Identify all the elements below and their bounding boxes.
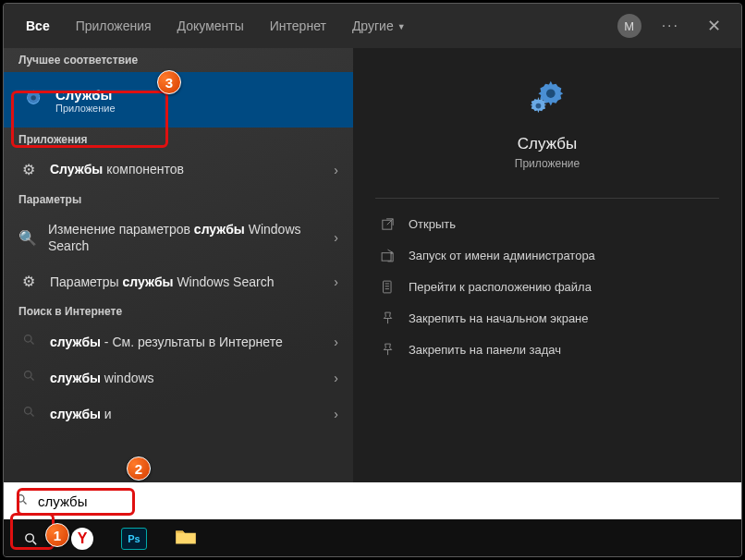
action-pin-taskbar[interactable]: Закрепить на панели задач [353, 334, 741, 365]
taskbar-explorer-button[interactable] [165, 520, 207, 557]
yandex-icon: Y [71, 528, 93, 550]
component-services-icon: ⚙ [18, 161, 39, 178]
search-icon [18, 333, 39, 350]
svg-point-6 [536, 103, 542, 109]
chevron-right-icon: › [334, 407, 338, 421]
svg-rect-8 [382, 252, 391, 261]
annotation-badge: 3 [157, 70, 181, 94]
search-icon [18, 369, 39, 386]
tab-internet[interactable]: Интернет [261, 9, 336, 43]
gear-icon: ⚙ [18, 273, 39, 290]
gear-icon [526, 76, 568, 122]
svg-point-12 [25, 533, 32, 542]
setting-result-item[interactable]: 🔍 Изменение параметров службы Windows Se… [4, 212, 353, 263]
web-result-text: службы windows [50, 370, 154, 386]
section-best-match: Лучшее соответствие [4, 48, 353, 72]
folder-icon [379, 278, 396, 295]
chevron-right-icon: › [334, 274, 338, 289]
web-result-text: службы - См. результаты в Интернете [50, 334, 283, 350]
web-result-text: службы и [50, 406, 112, 422]
svg-rect-10 [383, 281, 391, 293]
search-settings-icon: 🔍 [18, 229, 37, 247]
chevron-right-icon: › [334, 335, 338, 349]
action-open[interactable]: Открыть [353, 208, 741, 239]
section-settings: Параметры [4, 188, 353, 212]
tab-all[interactable]: Все [17, 9, 59, 43]
svg-point-11 [18, 494, 25, 502]
preview-panel: Службы Приложение Открыть Запуск от имен… [353, 48, 741, 482]
search-icon [18, 405, 39, 422]
annotation-badge: 2 [127, 457, 151, 481]
admin-icon [379, 247, 396, 263]
web-result-item[interactable]: службы и › [4, 396, 353, 432]
best-match-subtitle: Приложение [55, 103, 116, 114]
setting-result-text: Изменение параметров службы Windows Sear… [48, 221, 305, 254]
folder-icon [174, 527, 198, 551]
action-file-location[interactable]: Перейти к расположению файла [353, 271, 741, 302]
gear-icon [18, 87, 44, 113]
photoshop-icon: Ps [121, 528, 147, 550]
chevron-right-icon: › [334, 371, 338, 385]
preview-subtitle: Приложение [515, 157, 580, 170]
app-result-item[interactable]: ⚙ Службы компонентов › [4, 152, 353, 188]
section-apps: Приложения [4, 128, 353, 152]
close-button[interactable]: ✕ [700, 12, 728, 40]
svg-point-5 [546, 89, 556, 98]
svg-point-3 [24, 371, 31, 379]
app-result-text: Службы компонентов [50, 161, 184, 177]
preview-title: Службы [518, 135, 577, 153]
results-panel: Лучшее соответствие Службы Приложение Пр… [4, 48, 353, 482]
annotation-badge: 1 [45, 523, 69, 547]
open-icon [379, 215, 396, 232]
divider [375, 198, 719, 199]
svg-point-1 [31, 95, 35, 100]
chevron-right-icon: › [334, 230, 338, 245]
search-input[interactable] [38, 493, 730, 509]
svg-point-2 [24, 335, 31, 343]
web-result-item[interactable]: службы windows › [4, 359, 353, 396]
user-avatar[interactable]: М [617, 14, 641, 38]
chevron-right-icon: › [334, 163, 338, 177]
setting-result-item[interactable]: ⚙ Параметры службы Windows Search › [4, 263, 353, 299]
web-result-item[interactable]: службы - См. результаты в Интернете › [4, 323, 353, 359]
pin-icon [379, 310, 396, 326]
tab-apps[interactable]: Приложения [67, 9, 161, 43]
pin-icon [379, 341, 396, 358]
tab-documents[interactable]: Документы [168, 9, 253, 43]
section-web-search: Поиск в Интернете [4, 299, 353, 323]
search-icon [15, 493, 29, 510]
taskbar: Y Ps [4, 519, 741, 557]
tab-more[interactable]: Другие▼ [343, 9, 415, 43]
search-tabs: Все Приложения Документы Интернет Другие… [4, 4, 741, 48]
action-pin-start[interactable]: Закрепить на начальном экране [353, 302, 741, 334]
more-options-button[interactable]: ··· [662, 18, 679, 34]
setting-result-text: Параметры службы Windows Search [50, 274, 274, 290]
best-match-title: Службы [55, 87, 116, 103]
taskbar-photoshop-button[interactable]: Ps [113, 520, 155, 557]
svg-point-9 [390, 251, 392, 253]
action-run-as-admin[interactable]: Запуск от имени администратора [353, 239, 741, 271]
svg-point-4 [24, 408, 31, 415]
search-bar[interactable] [4, 482, 741, 519]
